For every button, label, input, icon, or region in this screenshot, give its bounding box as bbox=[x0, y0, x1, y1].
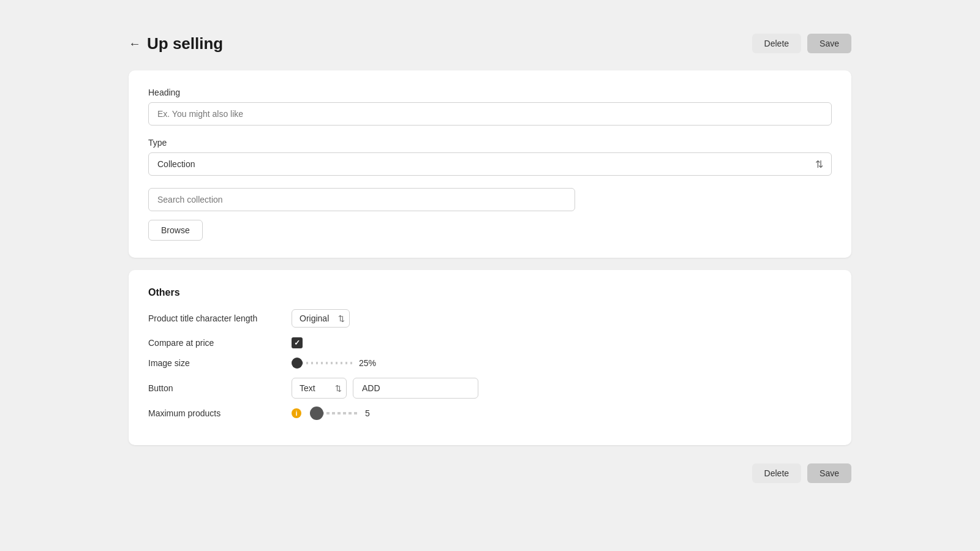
image-size-slider-track[interactable] bbox=[292, 362, 353, 364]
product-title-select-wrapper: Original 20 30 40 50 ⇅ bbox=[292, 309, 350, 328]
others-section-title: Others bbox=[148, 287, 832, 298]
compare-at-price-label: Compare at price bbox=[148, 338, 283, 348]
max-products-slider-container: 5 bbox=[310, 408, 370, 418]
compare-at-price-row: Compare at price ✓ bbox=[148, 337, 832, 348]
button-controls: Text Icon ⇅ bbox=[292, 378, 478, 399]
product-title-row: Product title character length Original … bbox=[148, 309, 832, 328]
heading-input[interactable] bbox=[148, 102, 832, 126]
compare-at-price-checkbox[interactable]: ✓ bbox=[292, 337, 303, 348]
header-actions: Delete Save bbox=[752, 34, 851, 53]
heading-label: Heading bbox=[148, 88, 832, 97]
footer-save-button[interactable]: Save bbox=[807, 463, 851, 483]
button-type-select[interactable]: Text Icon bbox=[292, 378, 347, 399]
image-size-value: 25% bbox=[359, 358, 380, 368]
product-title-label: Product title character length bbox=[148, 313, 283, 323]
page-header: ← Up selling Delete Save bbox=[129, 34, 851, 53]
button-row: Button Text Icon ⇅ bbox=[148, 378, 832, 399]
footer-actions: Delete Save bbox=[129, 457, 851, 483]
max-products-slider-track[interactable] bbox=[310, 412, 359, 414]
maximum-products-value: 5 bbox=[365, 408, 370, 418]
product-title-select[interactable]: Original 20 30 40 50 bbox=[292, 309, 350, 328]
page-title: Up selling bbox=[147, 34, 223, 53]
others-card: Others Product title character length Or… bbox=[129, 270, 851, 445]
maximum-products-label: Maximum products bbox=[148, 408, 283, 418]
button-add-input[interactable] bbox=[353, 378, 478, 399]
image-size-row: Image size 25% bbox=[148, 358, 832, 368]
button-type-select-wrapper: Text Icon ⇅ bbox=[292, 378, 347, 399]
maximum-products-row: Maximum products i 5 bbox=[148, 408, 832, 418]
header-save-button[interactable]: Save bbox=[807, 34, 851, 53]
type-label: Type bbox=[148, 138, 832, 148]
image-size-slider-dots bbox=[301, 362, 353, 364]
footer-delete-button[interactable]: Delete bbox=[752, 463, 801, 483]
browse-button[interactable]: Browse bbox=[148, 220, 203, 241]
title-row: ← Up selling bbox=[129, 34, 223, 53]
image-size-label: Image size bbox=[148, 358, 283, 368]
main-card: Heading Type Collection Product Manual ⇅… bbox=[129, 70, 851, 258]
type-field-group: Type Collection Product Manual ⇅ bbox=[148, 138, 832, 176]
image-size-slider-container: 25% bbox=[292, 358, 380, 368]
type-select-wrapper: Collection Product Manual ⇅ bbox=[148, 152, 832, 176]
info-icon[interactable]: i bbox=[292, 408, 301, 418]
type-select[interactable]: Collection Product Manual bbox=[148, 152, 832, 176]
heading-field-group: Heading bbox=[148, 88, 832, 126]
max-products-slider-thumb[interactable] bbox=[310, 407, 323, 420]
button-label: Button bbox=[148, 383, 283, 393]
checkmark-icon: ✓ bbox=[294, 339, 300, 347]
image-size-slider-thumb[interactable] bbox=[292, 358, 303, 369]
header-delete-button[interactable]: Delete bbox=[752, 34, 801, 53]
search-collection-input[interactable] bbox=[148, 188, 575, 211]
back-arrow-icon[interactable]: ← bbox=[129, 37, 141, 50]
